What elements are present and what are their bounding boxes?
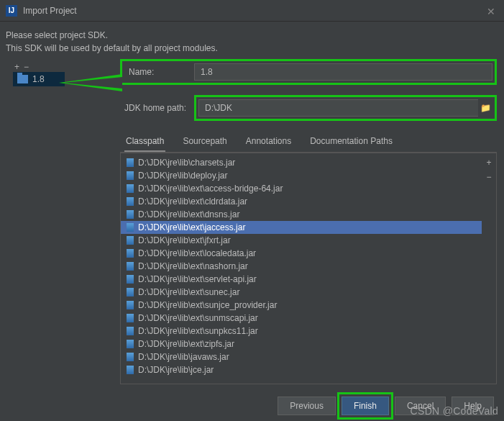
list-item[interactable]: D:\JDK\jre\lib\javaws.jar [121, 350, 482, 363]
list-item[interactable]: D:\JDK\jre\lib\ext\zipfs.jar [121, 338, 482, 350]
list-item-label: D:\JDK\jre\lib\deploy.jar [138, 171, 228, 181]
jar-icon [127, 236, 134, 245]
tab-documentation[interactable]: Documentation Paths [308, 134, 394, 152]
classpath-panel: D:\JDK\jre\lib\charsets.jarD:\JDK\jre\li… [120, 153, 497, 384]
add-sdk-button[interactable]: + [14, 62, 19, 72]
close-icon[interactable]: ✕ [487, 6, 495, 17]
list-item-label: D:\JDK\jre\lib\ext\sunmscapi.jar [138, 313, 258, 323]
name-label: Name: [124, 67, 194, 77]
list-item[interactable]: D:\JDK\jre\lib\ext\sunjce_provider.jar [121, 299, 482, 312]
jdk-path-label: JDK home path: [120, 103, 194, 113]
jar-icon [127, 288, 134, 296]
window-title: Import Project [23, 6, 77, 16]
list-item[interactable]: D:\JDK\jre\lib\charsets.jar [121, 156, 482, 169]
remove-sdk-button[interactable]: − [24, 62, 29, 72]
jar-icon [127, 223, 134, 232]
list-item[interactable]: D:\JDK\jre\lib\ext\dnsns.jar [121, 208, 482, 221]
list-item-label: D:\JDK\jre\lib\ext\jfxrt.jar [138, 235, 231, 245]
list-item-label: D:\JDK\jre\lib\ext\zipfs.jar [138, 339, 234, 349]
list-item-label: D:\JDK\jre\lib\javaws.jar [138, 352, 229, 362]
folder-icon [17, 75, 28, 83]
jar-icon [127, 249, 134, 258]
list-item[interactable]: D:\JDK\jre\lib\ext\sunec.jar [121, 286, 482, 299]
list-item-label: D:\JDK\jre\lib\ext\sunpkcs11.jar [138, 326, 258, 336]
list-item[interactable]: D:\JDK\jre\lib\ext\servlet-api.jar [121, 273, 482, 286]
list-item[interactable]: D:\JDK\jre\lib\ext\nashorn.jar [121, 260, 482, 273]
list-item[interactable]: D:\JDK\jre\lib\jce.jar [121, 363, 482, 376]
list-item-label: D:\JDK\jre\lib\ext\sunec.jar [138, 287, 239, 297]
list-item[interactable]: D:\JDK\jre\lib\ext\localedata.jar [121, 247, 482, 260]
watermark: CSDN @CodeVald [411, 405, 498, 417]
sdk-label: 1.8 [32, 74, 45, 84]
jar-icon [127, 210, 134, 219]
sdk-name-input[interactable] [194, 63, 492, 81]
callout-arrow-icon [59, 74, 122, 91]
list-item[interactable]: D:\JDK\jre\lib\ext\jfxrt.jar [121, 234, 482, 247]
list-item-label: D:\JDK\jre\lib\ext\dnsns.jar [138, 209, 239, 219]
list-item[interactable]: D:\JDK\jre\lib\ext\sunmscapi.jar [121, 312, 482, 325]
browse-folder-icon[interactable]: 📁 [478, 103, 492, 113]
list-item[interactable]: D:\JDK\jre\lib\ext\sunpkcs11.jar [121, 325, 482, 338]
jar-icon [127, 314, 134, 322]
jar-icon [127, 327, 134, 335]
jar-icon [127, 340, 134, 348]
list-item-label: D:\JDK\jre\lib\ext\servlet-api.jar [138, 274, 257, 284]
remove-classpath-button[interactable]: − [486, 172, 491, 182]
list-item-label: D:\JDK\jre\lib\ext\jaccess.jar [138, 222, 245, 232]
previous-button[interactable]: Previous [278, 397, 336, 415]
list-item-label: D:\JDK\jre\lib\ext\cldrdata.jar [138, 196, 247, 207]
instruction-line: Please select project SDK. [6, 29, 498, 42]
list-item-label: D:\JDK\jre\lib\ext\localedata.jar [138, 248, 256, 258]
sdk-tabs: Classpath Sourcepath Annotations Documen… [120, 131, 497, 153]
jar-icon [127, 197, 134, 206]
list-item-label: D:\JDK\jre\lib\ext\access-bridge-64.jar [138, 184, 283, 194]
list-item-label: D:\JDK\jre\lib\charsets.jar [138, 158, 235, 168]
titlebar: IJ Import Project ✕ [0, 0, 504, 22]
jar-icon [127, 171, 134, 180]
tab-classpath[interactable]: Classpath [124, 134, 165, 152]
jar-icon [127, 301, 134, 309]
jdk-path-input[interactable] [198, 99, 478, 117]
instruction-line: This SDK will be used by default by all … [6, 42, 498, 55]
list-item-label: D:\JDK\jre\lib\ext\nashorn.jar [138, 261, 248, 271]
list-item[interactable]: D:\JDK\jre\lib\deploy.jar [121, 169, 482, 182]
add-classpath-button[interactable]: + [486, 158, 491, 168]
list-item-label: D:\JDK\jre\lib\ext\sunjce_provider.jar [138, 300, 277, 310]
finish-button[interactable]: Finish [342, 397, 389, 415]
app-logo-icon: IJ [6, 5, 17, 17]
sdk-tree-item[interactable]: 1.8 [13, 72, 65, 86]
instructions: Please select project SDK. This SDK will… [0, 22, 504, 62]
name-field-highlight: Name: [120, 59, 497, 85]
list-item[interactable]: D:\JDK\jre\lib\ext\jaccess.jar [121, 221, 482, 234]
tab-sourcepath[interactable]: Sourcepath [181, 134, 228, 152]
classpath-side-toolbar: + − [482, 153, 496, 384]
tab-annotations[interactable]: Annotations [244, 134, 293, 152]
jar-icon [127, 262, 134, 271]
list-item[interactable]: D:\JDK\jre\lib\ext\access-bridge-64.jar [121, 182, 482, 195]
list-item[interactable]: D:\JDK\jre\lib\ext\cldrdata.jar [121, 195, 482, 208]
list-item-label: D:\JDK\jre\lib\jce.jar [138, 365, 214, 375]
jar-icon [127, 353, 134, 361]
jar-icon [127, 184, 134, 193]
jar-icon [127, 158, 134, 167]
jar-icon [127, 366, 134, 374]
jar-icon [127, 275, 134, 284]
classpath-list[interactable]: D:\JDK\jre\lib\charsets.jarD:\JDK\jre\li… [121, 153, 482, 384]
